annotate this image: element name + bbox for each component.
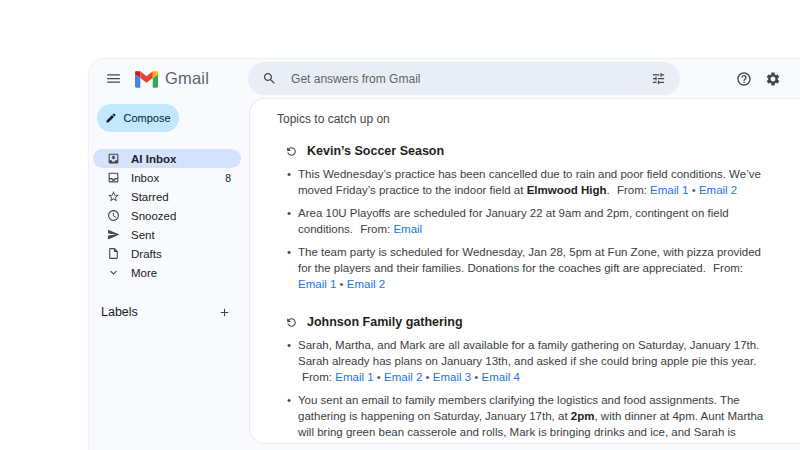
bullet-marker: •: [287, 244, 298, 292]
gmail-window: Gmail Compose AI InboxInbox8StarredSnooz…: [88, 58, 800, 450]
labels-section: Labels: [89, 305, 249, 319]
from-label: From:: [360, 223, 393, 235]
sidebar-item-label: Sent: [131, 229, 155, 241]
summary-bullet: •Area 10U Playoffs are scheduled for Jan…: [287, 205, 772, 237]
email-link[interactable]: Email 1: [650, 184, 688, 196]
pencil-icon: [105, 112, 117, 124]
bullet-text: This Wednesday’s practice has been cance…: [298, 166, 772, 198]
draft-icon: [107, 247, 120, 260]
link-separator: •: [688, 184, 698, 196]
refresh-topic-icon[interactable]: [285, 316, 298, 329]
email-link[interactable]: Email 4: [482, 371, 520, 383]
sidebar-item-sent[interactable]: Sent: [93, 225, 241, 244]
send-icon: [107, 228, 120, 241]
sidebar-item-ai-inbox[interactable]: AI Inbox: [93, 149, 241, 168]
sidebar-item-starred[interactable]: Starred: [93, 187, 241, 206]
top-bar: Gmail: [89, 59, 800, 98]
topics-list: Kevin’s Soccer Season•This Wednesday’s p…: [277, 144, 772, 444]
search-icon: [262, 71, 277, 86]
sidebar-item-snoozed[interactable]: Snoozed: [93, 206, 241, 225]
search-options-tune-icon[interactable]: [651, 71, 666, 86]
sidebar-item-label: Inbox: [131, 172, 159, 184]
sidebar: Compose AI InboxInbox8StarredSnoozedSent…: [89, 98, 249, 450]
hamburger-menu-icon[interactable]: [105, 70, 122, 87]
bullet-text: You sent an email to family members clar…: [298, 392, 772, 444]
topic-section-kevin-s-soccer-season: Kevin’s Soccer Season•This Wednesday’s p…: [277, 144, 772, 292]
email-link[interactable]: Email 1: [298, 278, 336, 290]
bullet-marker: •: [287, 205, 298, 237]
topic-title: Kevin’s Soccer Season: [307, 144, 444, 158]
summary-bullet: •This Wednesday’s practice has been canc…: [287, 166, 772, 198]
email-link[interactable]: Email 1: [335, 371, 373, 383]
from-label: From:: [617, 184, 650, 196]
email-link[interactable]: Email 3: [433, 371, 471, 383]
search-input[interactable]: [289, 71, 651, 87]
link-separator: •: [422, 371, 432, 383]
gmail-logo-icon: [135, 70, 158, 88]
topic-section-header: Johnson Family gathering: [285, 315, 772, 329]
bullet-text: Sarah, Martha, and Mark are all availabl…: [298, 337, 772, 385]
top-actions: [736, 71, 800, 87]
labels-header: Labels: [101, 305, 138, 319]
email-link[interactable]: Email 2: [699, 184, 737, 196]
email-link[interactable]: Email 2: [347, 278, 385, 290]
unread-count-badge: 8: [225, 172, 231, 184]
sidebar-item-label: Starred: [131, 191, 169, 203]
compose-button[interactable]: Compose: [97, 104, 179, 132]
topic-section-johnson-family-gathering: Johnson Family gathering•Sarah, Martha, …: [277, 315, 772, 444]
bullet-marker: •: [287, 392, 298, 444]
topic-title: Johnson Family gathering: [307, 315, 463, 329]
ai-inbox-icon: [107, 152, 120, 165]
bullet-marker: •: [287, 337, 298, 385]
app-title: Gmail: [165, 69, 209, 88]
summary-bullet: •You sent an email to family members cla…: [287, 392, 772, 444]
sidebar-nav: AI InboxInbox8StarredSnoozedSentDraftsMo…: [89, 149, 249, 282]
email-link[interactable]: Email: [393, 223, 422, 235]
email-link[interactable]: Email: [452, 442, 481, 444]
link-separator: •: [471, 371, 481, 383]
bullet-marker: •: [287, 166, 298, 198]
sidebar-item-label: More: [131, 267, 157, 279]
sidebar-item-label: AI Inbox: [131, 153, 176, 165]
sidebar-item-label: Snoozed: [131, 210, 176, 222]
compose-label: Compose: [123, 112, 170, 124]
bullet-text: The team party is scheduled for Wednesda…: [298, 244, 772, 292]
summary-bullet: •The team party is scheduled for Wednesd…: [287, 244, 772, 292]
settings-gear-icon[interactable]: [765, 71, 781, 87]
from-label: From:: [713, 262, 743, 274]
summary-bullet: •Sarah, Martha, and Mark are all availab…: [287, 337, 772, 385]
clock-icon: [107, 209, 120, 222]
star-icon: [107, 190, 120, 203]
topic-section-header: Kevin’s Soccer Season: [285, 144, 772, 158]
sidebar-item-label: Drafts: [131, 248, 162, 260]
help-icon[interactable]: [736, 71, 752, 87]
sidebar-item-drafts[interactable]: Drafts: [93, 244, 241, 263]
bullet-text: Area 10U Playoffs are scheduled for Janu…: [298, 205, 772, 237]
sidebar-item-more[interactable]: More: [93, 263, 241, 282]
page-title: Topics to catch up on: [277, 112, 772, 126]
from-label: From:: [415, 442, 451, 444]
sidebar-item-inbox[interactable]: Inbox8: [93, 168, 241, 187]
link-separator: •: [336, 278, 346, 290]
inbox-icon: [107, 171, 120, 184]
add-label-plus-icon[interactable]: [218, 306, 231, 319]
from-label: From:: [302, 371, 335, 383]
email-link[interactable]: Email 2: [384, 371, 422, 383]
chevron-down-icon: [107, 266, 120, 279]
search-bar[interactable]: [248, 62, 680, 95]
link-separator: •: [374, 371, 384, 383]
refresh-topic-icon[interactable]: [285, 145, 298, 158]
main-content-card: Topics to catch up on Kevin’s Soccer Sea…: [249, 98, 800, 444]
